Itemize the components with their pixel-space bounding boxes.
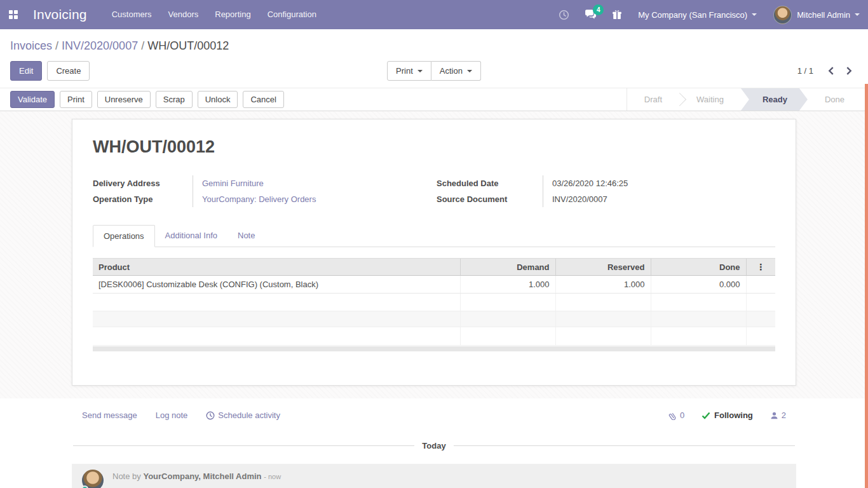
user-name: Mitchell Admin (797, 10, 850, 20)
form-view: WH/OUT/00012 Delivery Address Gemini Fur… (0, 111, 868, 398)
send-message-button[interactable]: Send message (82, 410, 137, 420)
table-header-row: Product Demand Reserved Done ⋮ (93, 259, 775, 276)
document-title: WH/OUT/00012 (93, 136, 775, 158)
attachments-button[interactable]: 0 (668, 410, 684, 420)
app-brand[interactable]: Invoicing (27, 7, 104, 22)
person-icon (770, 411, 778, 420)
empty-row (93, 294, 775, 311)
stage-draft[interactable]: Draft (627, 88, 679, 111)
schedule-activity-button[interactable]: Schedule activity (206, 410, 280, 420)
pager-prev-button[interactable] (822, 64, 840, 78)
reserved-cell[interactable]: 1.000 (555, 276, 651, 294)
company-switcher[interactable]: My Company (San Francisco) (630, 0, 765, 29)
operation-type-link[interactable]: YourCompany: Delivery Orders (202, 194, 316, 204)
kebab-icon: ⋮ (756, 262, 765, 272)
following-label: Following (714, 410, 753, 420)
table-row[interactable]: [DESK0006] Customizable Desk (CONFIG) (C… (93, 276, 775, 294)
today-label: Today (414, 441, 453, 451)
field-label-source-document: Source Document (437, 191, 543, 207)
check-icon (702, 412, 710, 419)
scrollbar-thumb[interactable] (865, 84, 868, 488)
statusbar: Validate Print Unreserve Scrap Unlock Ca… (0, 88, 868, 111)
print-dropdown[interactable]: Print (387, 61, 431, 81)
user-menu[interactable]: Mitchell Admin (765, 0, 868, 29)
edit-button[interactable]: Edit (10, 61, 42, 81)
company-name: My Company (San Francisco) (638, 10, 747, 20)
scrap-button[interactable]: Scrap (156, 91, 193, 108)
breadcrumb: Invoices/INV/2020/0007/WH/OUT/00012 (10, 36, 858, 55)
stage-waiting[interactable]: Waiting (679, 88, 741, 111)
breadcrumb-separator: / (138, 39, 147, 52)
field-groups: Delivery Address Gemini Furniture Operat… (93, 175, 775, 207)
unreserve-button[interactable]: Unreserve (97, 91, 151, 108)
following-button[interactable]: Following (702, 410, 753, 420)
message-prefix: Note by (112, 471, 141, 481)
chevron-right-icon (846, 67, 852, 75)
nav-item-customers[interactable]: Customers (104, 0, 160, 29)
chatter-toolbar: Send message Log note Schedule activity … (72, 410, 796, 420)
log-note-button[interactable]: Log note (156, 410, 188, 420)
activities-button[interactable] (551, 0, 577, 29)
top-navbar: Invoicing Customers Vendors Reporting Co… (0, 0, 868, 29)
nav-item-vendors[interactable]: Vendors (160, 0, 207, 29)
breadcrumb-current: WH/OUT/00012 (147, 39, 229, 52)
stage-ready[interactable]: Ready (741, 88, 808, 111)
message-author[interactable]: YourCompany, Mitchell Admin (143, 471, 261, 481)
follower-count: 2 (782, 410, 786, 420)
print-button[interactable]: Print (60, 91, 92, 108)
column-header-demand[interactable]: Demand (460, 259, 555, 276)
document-sheet: WH/OUT/00012 Delivery Address Gemini Fur… (72, 119, 796, 386)
main-menu: Customers Vendors Reporting Configuratio… (104, 0, 325, 29)
empty-row (93, 327, 775, 346)
paperclip-icon (668, 410, 677, 420)
delivery-address-link[interactable]: Gemini Furniture (202, 179, 264, 188)
field-label-delivery-address: Delivery Address (93, 175, 193, 191)
nav-item-reporting[interactable]: Reporting (207, 0, 259, 29)
apps-grid-icon (9, 10, 18, 19)
create-button[interactable]: Create (47, 61, 90, 81)
rewards-button[interactable] (604, 0, 630, 29)
apps-menu-button[interactable] (0, 0, 27, 29)
breadcrumb-link-invoices[interactable]: Invoices (10, 39, 52, 52)
done-cell[interactable]: 0.000 (651, 276, 746, 294)
pager-next-button[interactable] (840, 64, 858, 78)
column-header-done[interactable]: Done (651, 259, 746, 276)
status-pipeline: Draft Waiting Ready Done (627, 88, 862, 111)
optional-columns-toggle[interactable]: ⋮ (746, 259, 775, 276)
action-dropdown[interactable]: Action (431, 61, 481, 81)
demand-cell[interactable]: 1.000 (460, 276, 555, 294)
messages-button[interactable]: 4 (577, 0, 604, 29)
chatter-right-tools: 0 Following 2 (651, 410, 786, 420)
pager-count: 1 / 1 (797, 66, 813, 76)
nav-item-configuration[interactable]: Configuration (259, 0, 325, 29)
caret-down-icon (417, 70, 423, 72)
notebook-tabs: Operations Additional Info Note (93, 225, 775, 247)
tab-operations[interactable]: Operations (93, 225, 155, 247)
column-header-reserved[interactable]: Reserved (555, 259, 651, 276)
unlock-button[interactable]: Unlock (198, 91, 238, 108)
empty-row (93, 311, 775, 327)
column-header-product[interactable]: Product (93, 259, 460, 276)
date-divider: Today (73, 441, 795, 451)
cancel-button[interactable]: Cancel (243, 91, 283, 108)
table-scrollbar[interactable] (93, 346, 775, 351)
attachment-count: 0 (680, 410, 684, 420)
chatter: Send message Log note Schedule activity … (0, 398, 868, 488)
caret-down-icon (855, 13, 860, 16)
clock-icon (559, 10, 569, 20)
message-header: Note by YourCompany, Mitchell Admin - no… (112, 470, 281, 481)
field-value-source-document: INV/2020/0007 (543, 191, 775, 207)
field-value-delivery-address: Gemini Furniture (193, 175, 434, 191)
breadcrumb-link-invoice[interactable]: INV/2020/0007 (62, 39, 138, 52)
pager: 1 / 1 (797, 64, 858, 78)
tab-additional-info[interactable]: Additional Info (155, 225, 227, 247)
followers-button[interactable]: 2 (770, 410, 786, 420)
product-cell[interactable]: [DESK0006] Customizable Desk (CONFIG) (C… (93, 276, 460, 294)
operations-table: Product Demand Reserved Done ⋮ [DESK0006… (93, 258, 775, 346)
stage-done[interactable]: Done (808, 88, 862, 111)
validate-button[interactable]: Validate (10, 91, 55, 108)
field-value-operation-type: YourCompany: Delivery Orders (193, 191, 434, 207)
caret-down-icon (752, 13, 757, 16)
control-panel: Invoices/INV/2020/0007/WH/OUT/00012 Edit… (0, 29, 868, 88)
tab-note[interactable]: Note (227, 225, 265, 247)
